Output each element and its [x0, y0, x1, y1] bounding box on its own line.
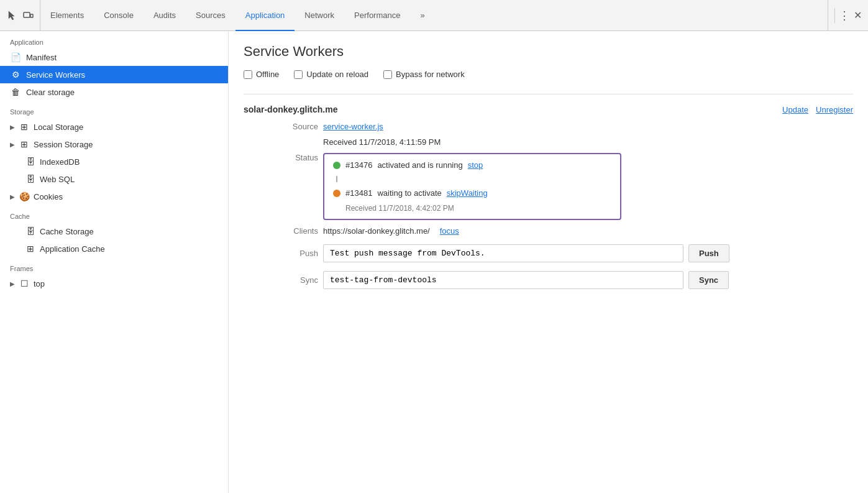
- sidebar-section-cache: Cache: [0, 205, 228, 223]
- status-row-2: #13481 waiting to activate skipWaiting: [333, 188, 611, 198]
- tab-console[interactable]: Console: [94, 1, 144, 31]
- indexeddb-label: IndexedDB: [40, 157, 80, 167]
- manifest-label: Manifest: [26, 53, 57, 62]
- update-on-reload-checkbox[interactable]: [294, 70, 303, 79]
- manifest-icon: 📄: [10, 52, 21, 62]
- close-icon[interactable]: ✕: [854, 9, 862, 21]
- push-input[interactable]: [323, 244, 683, 262]
- offline-label: Offline: [256, 70, 279, 79]
- status-dot-orange: [333, 190, 340, 197]
- sidebar-item-clear-storage[interactable]: 🗑 Clear storage: [0, 83, 228, 101]
- session-storage-label: Session Storage: [34, 140, 93, 149]
- update-link[interactable]: Update: [782, 105, 808, 114]
- frame-icon: ☐: [19, 279, 30, 288]
- vertical-divider: [834, 8, 835, 23]
- content-area: Service Workers Offline Update on reload…: [229, 31, 868, 493]
- status-row-1: #13476 activated and is running stop: [333, 160, 611, 170]
- sidebar-item-service-workers[interactable]: ⚙ Service Workers: [0, 66, 228, 83]
- tab-elements[interactable]: Elements: [40, 1, 94, 31]
- tab-network[interactable]: Network: [295, 1, 344, 31]
- local-storage-label: Local Storage: [34, 122, 83, 132]
- local-storage-icon: ⊞: [19, 122, 30, 132]
- more-options-icon[interactable]: ⋮: [839, 9, 850, 22]
- cache-storage-label: Cache Storage: [40, 227, 94, 236]
- arrow-right-icon: ▶: [10, 124, 15, 131]
- sidebar-item-app-cache[interactable]: ⊞ Application Cache: [0, 240, 228, 257]
- toolbar-icons: [0, 0, 40, 30]
- sw-header: solar-donkey.glitch.me Update Unregister: [244, 104, 853, 114]
- sync-input[interactable]: [323, 271, 683, 289]
- tab-performance[interactable]: Performance: [344, 1, 410, 31]
- bypass-for-network-checkbox[interactable]: [383, 70, 392, 79]
- focus-link[interactable]: focus: [440, 226, 459, 236]
- web-sql-icon: 🗄: [25, 174, 36, 184]
- status-box: #13476 activated and is running stop #13…: [323, 153, 621, 220]
- sidebar-item-cookies[interactable]: ▶ 🍪 Cookies: [0, 188, 228, 205]
- bypass-for-network-checkbox-label[interactable]: Bypass for network: [383, 70, 465, 79]
- svg-rect-1: [30, 14, 33, 17]
- status1-id: #13476: [345, 160, 372, 170]
- page-title: Service Workers: [244, 44, 853, 60]
- status2-id: #13481: [345, 188, 372, 198]
- device-toggle-icon[interactable]: [22, 10, 34, 21]
- sidebar-item-top[interactable]: ▶ ☐ top: [0, 275, 228, 292]
- web-sql-label: Web SQL: [40, 175, 75, 184]
- clients-label: Clients: [268, 226, 318, 236]
- source-label: Source: [268, 122, 318, 131]
- sidebar-item-indexeddb[interactable]: 🗄 IndexedDB: [0, 153, 228, 170]
- sidebar-item-session-storage[interactable]: ▶ ⊞ Session Storage: [0, 136, 228, 153]
- sidebar-item-web-sql[interactable]: 🗄 Web SQL: [0, 170, 228, 188]
- checkboxes-row: Offline Update on reload Bypass for netw…: [244, 70, 853, 79]
- cache-storage-icon: 🗄: [25, 226, 36, 236]
- unregister-link[interactable]: Unregister: [816, 105, 853, 114]
- clients-url: https://solar-donkey.glitch.me/: [323, 226, 430, 236]
- top-label: top: [34, 279, 45, 288]
- status-label: Status: [268, 153, 318, 162]
- sync-row: Sync Sync: [268, 271, 853, 289]
- skip-waiting-link[interactable]: skipWaiting: [447, 188, 488, 198]
- toolbar-tabs: Elements Console Audits Sources Applicat…: [40, 0, 828, 30]
- stop-link[interactable]: stop: [468, 160, 483, 170]
- update-on-reload-label: Update on reload: [306, 70, 368, 79]
- cookies-label: Cookies: [34, 192, 63, 201]
- sidebar-item-local-storage[interactable]: ▶ ⊞ Local Storage: [0, 118, 228, 136]
- sidebar-section-storage: Storage: [0, 101, 228, 118]
- toolbar: Elements Console Audits Sources Applicat…: [0, 0, 868, 31]
- push-label: Push: [268, 249, 318, 258]
- update-on-reload-checkbox-label[interactable]: Update on reload: [294, 70, 368, 79]
- offline-checkbox-label[interactable]: Offline: [244, 70, 279, 79]
- source-row: Source service-worker.js: [268, 122, 853, 131]
- sw-origin: solar-donkey.glitch.me: [244, 104, 337, 114]
- push-button[interactable]: Push: [688, 244, 729, 262]
- tab-sources[interactable]: Sources: [186, 1, 235, 31]
- tab-audits[interactable]: Audits: [144, 1, 186, 31]
- session-storage-icon: ⊞: [19, 139, 30, 149]
- offline-checkbox[interactable]: [244, 70, 252, 79]
- cookies-icon: 🍪: [19, 191, 30, 201]
- arrow-right-icon2: ▶: [10, 141, 15, 148]
- sidebar: Application 📄 Manifest ⚙ Service Workers…: [0, 31, 229, 493]
- arrow-right-icon3: ▶: [10, 193, 15, 200]
- status-dot-green: [333, 162, 340, 169]
- tab-application[interactable]: Application: [235, 1, 295, 31]
- sidebar-item-manifest[interactable]: 📄 Manifest: [0, 48, 228, 66]
- clients-row: Clients https://solar-donkey.glitch.me/ …: [268, 226, 853, 236]
- source-file-link[interactable]: service-worker.js: [323, 122, 383, 131]
- main-layout: Application 📄 Manifest ⚙ Service Workers…: [0, 31, 868, 493]
- cursor-icon[interactable]: [6, 10, 17, 21]
- sync-button[interactable]: Sync: [688, 271, 729, 289]
- svg-rect-0: [24, 12, 30, 17]
- received-row: Received 11/7/2018, 4:11:59 PM: [268, 137, 853, 147]
- arrow-right-icon4: ▶: [10, 280, 15, 287]
- status2-received: Received 11/7/2018, 4:42:02 PM: [345, 204, 611, 213]
- sidebar-item-cache-storage[interactable]: 🗄 Cache Storage: [0, 223, 228, 240]
- push-row: Push Push: [268, 244, 853, 262]
- bypass-for-network-label: Bypass for network: [396, 70, 465, 79]
- sw-actions: Update Unregister: [782, 105, 853, 114]
- trash-icon: 🗑: [10, 87, 21, 97]
- sync-label: Sync: [268, 275, 318, 285]
- gear-icon: ⚙: [10, 70, 21, 80]
- tab-overflow[interactable]: »: [410, 1, 434, 31]
- status-row: Status #13476 activated and is running s…: [268, 153, 853, 220]
- status2-text: waiting to activate: [377, 188, 441, 198]
